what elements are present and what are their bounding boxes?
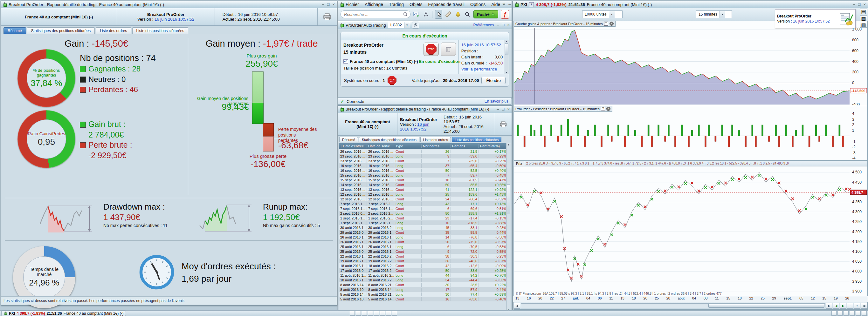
table-row[interactable]: 11 août 2016 1...11 août 2016 2...Long44… [339, 273, 510, 278]
table-scrollbar[interactable]: ▲ ▼ [506, 143, 510, 312]
maximize-icon[interactable]: □ [858, 1, 861, 8]
menu-6[interactable]: Aide [491, 2, 500, 7]
system-date-link[interactable]: 16 juin 2016 10:57:52 [461, 42, 506, 47]
table-row[interactable]: 23 sept. 2016 ...23 sept. 2016 ...Long9-… [339, 154, 510, 159]
tab-liste-positions[interactable]: Liste des positions clôturées [132, 27, 189, 34]
menu-1[interactable]: Affichage [365, 2, 383, 7]
table-row[interactable]: 26 août 2016 1...26 août 2016 1...Long14… [339, 235, 510, 240]
table-row[interactable]: 1 sept. 2016 1...1 sept. 2016 1...Long16… [339, 220, 510, 225]
stop-all-button[interactable]: STOP ALL [388, 76, 397, 85]
table-row[interactable]: 15 sept. 2016 ...15 sept. 2016 ...Long7-… [339, 173, 510, 178]
tab-statistiques[interactable]: Statistiques des positions clôturées [359, 137, 420, 142]
column-header[interactable]: Perf relat(%) [479, 144, 508, 148]
close-icon[interactable]: × [507, 22, 510, 28]
push-plus-button[interactable]: Push+ [473, 10, 498, 19]
table-row[interactable]: 26 août 2016 1...26 août 2016 1...Court2… [339, 240, 510, 244]
close-icon[interactable]: × [863, 1, 866, 8]
print-button[interactable] [318, 8, 337, 25]
toolbar-icon[interactable] [831, 311, 837, 316]
detach-icon[interactable]: ❐ [604, 22, 608, 26]
taskbar-item-pxi[interactable]: PXI 4 398,7 (-1,83%) 21:51:36 France 40 … [1, 311, 126, 316]
units-select[interactable]: 10000 unités▼ [582, 10, 623, 18]
table-row[interactable]: 8 août 2016 14...8 août 2016 21...Court3… [339, 282, 510, 287]
preferences-link[interactable]: Préférences [473, 22, 494, 28]
table-row[interactable]: 8 août 2016 10...8 août 2016 14...Long17… [339, 287, 510, 292]
toolbar-icon[interactable] [837, 311, 843, 316]
delete-system-button[interactable] [441, 42, 456, 56]
autotrading-titlebar[interactable]: ProOrder AutoTrading LCJ32▼ Préférences … [338, 21, 512, 29]
menu-3[interactable]: Objets [409, 2, 422, 7]
positions-chart-panel[interactable]: ProOrder - Positions : Breakout ProOrder… [514, 106, 868, 161]
stop-system-button[interactable]: STOP [424, 42, 439, 56]
search-input[interactable] [343, 12, 401, 17]
toolbar-icon[interactable] [843, 311, 848, 316]
zoom-out-button[interactable]: − [847, 303, 854, 309]
scroll-right-button[interactable]: ▶ [826, 303, 832, 309]
table-row[interactable]: 12 sept. 2016 ...12 sept. 2016 ...Court2… [339, 197, 510, 201]
performance-report-icon[interactable] [839, 12, 854, 25]
toolbar-icon[interactable] [368, 311, 373, 316]
version-link[interactable]: 16 juin 2016 10:57:52 [155, 17, 194, 22]
minimize-icon[interactable]: – [497, 22, 499, 28]
info-icon[interactable]: i [529, 2, 534, 7]
menu-4[interactable]: Espaces de travail [428, 2, 465, 7]
autotrading-scrollbar[interactable]: ▲ ▼ [504, 40, 509, 74]
table-row[interactable]: 5 août 2016 10...5 août 2016 14...Court1… [339, 296, 510, 302]
column-header[interactable]: Nbr barres [422, 144, 451, 148]
close-icon[interactable]: × [507, 106, 510, 112]
equity-chart-tab[interactable]: Courbe gains & pertes : Breakout ProOrde… [514, 21, 616, 27]
table-row[interactable]: 23 sept. 2016 ...23 sept. 2016 ...Court7… [339, 159, 510, 163]
tab-liste-positions[interactable]: Liste des positions clôturées [452, 137, 501, 142]
toolbar-icon[interactable] [362, 311, 367, 316]
timeframe-select[interactable]: 15 minutes▼ [696, 10, 732, 18]
table-row[interactable]: 30 août 2016 1...30 août 2016 2...Long45… [339, 225, 510, 230]
scroll-up-icon[interactable]: ▲ [505, 40, 508, 43]
table-row[interactable]: 26 sept. 2016 ...26 sept. 2016 ...Court2… [339, 149, 510, 154]
equity-chart-panel[interactable]: Courbe gains & pertes : Breakout ProOrde… [514, 21, 868, 106]
reset-view-button[interactable]: ▣ [861, 303, 867, 309]
search-box[interactable] [341, 10, 410, 18]
table-row[interactable]: 19 sept. 2016 ...19 sept. 2016 ...Long37… [339, 163, 510, 168]
toolbar-icon[interactable] [380, 311, 385, 316]
table-row[interactable]: 10 août 2016 1...10 août 2016 2...Long34… [339, 278, 510, 282]
toolbar-icon[interactable] [374, 311, 379, 316]
side-list-icon[interactable]: ▤ [860, 8, 867, 14]
report-window-titlebar[interactable]: Breakout ProOrder - Rapport détaillé de … [1, 1, 337, 8]
scroll-left-button[interactable]: ◀ [514, 303, 520, 309]
tab-liste-ordres[interactable]: Liste des ordres [420, 137, 451, 142]
performance-link[interactable]: Voir la performance [461, 67, 506, 71]
detach-icon[interactable]: ❐ [601, 107, 605, 111]
table-header[interactable]: ↑ Date d'entréeDate de sortieTypeNbr bar… [339, 143, 510, 149]
table-row[interactable]: 15 sept. 2016 ...15 sept. 2016 ...Court1… [339, 178, 510, 182]
table-row[interactable]: 25 août 2016 1...25 août 2016 1...Long6-… [339, 244, 510, 249]
ruler-tool-button[interactable] [445, 10, 452, 19]
toolbar-icon[interactable] [386, 311, 391, 316]
pin-icon[interactable]: ✶ [502, 1, 505, 8]
prorealtime-logo-icon[interactable]: ƒ [501, 10, 509, 19]
new-chart-button[interactable] [413, 10, 420, 19]
learn-more-link[interactable]: En savoir plus [485, 99, 508, 104]
table-row[interactable]: 7 sept. 2016 1...7 sept. 2016 2...Long43… [339, 201, 510, 206]
column-header[interactable]: Type [394, 144, 422, 148]
pan-left-button[interactable]: ◀ [833, 303, 839, 309]
toolbar-icon[interactable] [849, 311, 855, 316]
scroll-up-icon[interactable]: ▲ [507, 143, 510, 146]
print-button[interactable] [495, 113, 512, 135]
scroll-track[interactable] [521, 303, 826, 308]
maximize-icon[interactable]: □ [327, 1, 330, 8]
side-chart-icon[interactable]: ▥ [860, 22, 867, 28]
extend-button[interactable]: Étendre [482, 77, 505, 84]
price-label[interactable]: Prix [514, 161, 524, 167]
pan-right-button[interactable]: ▶ [840, 303, 846, 309]
price-chart-panel[interactable]: Prix 2 ordres 28,6 ,4 · 9,7 0 9 · 60,2 ↑… [514, 161, 868, 296]
minimize-icon[interactable]: – [497, 106, 499, 112]
table-row[interactable]: 22 août 2016 1...22 août 2016 2...Court3… [339, 254, 510, 258]
tab-statistiques[interactable]: Statistiques des positions clôturées [27, 27, 95, 34]
toolbar-icon[interactable] [856, 311, 861, 316]
maximize-icon[interactable]: □ [502, 106, 504, 112]
table-row[interactable]: 18 août 2016 1...18 août 2016 2...Court4… [339, 263, 510, 268]
menu-2[interactable]: Trading [389, 2, 404, 7]
table-row[interactable]: 17 août 2016 0...17 août 2016 2...Court5… [339, 268, 510, 273]
table-row[interactable]: 14 sept. 2016 ...14 sept. 2016 ...Court5… [339, 182, 510, 187]
table-row[interactable]: 1 sept. 2016 1...1 sept. 2016 2...Court2… [339, 216, 510, 220]
